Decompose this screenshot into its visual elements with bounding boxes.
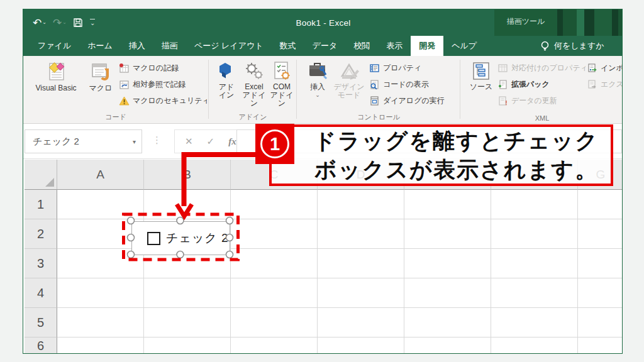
- insert-control-button[interactable]: 挿入 ⌄: [304, 58, 331, 97]
- group-code: Visual Basic マクロ マクロの記録 相対参照で記録: [23, 56, 208, 123]
- export-icon: [587, 79, 597, 90]
- ribbon: Visual Basic マクロ マクロの記録 相対参照で記録: [23, 56, 623, 124]
- map-properties-button: 対応付けのプロパティ: [497, 61, 586, 75]
- checkbox-label: チェック 2: [166, 230, 229, 246]
- tab-file[interactable]: ファイル: [30, 36, 79, 56]
- qat-customize-button[interactable]: ⌄: [87, 18, 97, 28]
- group-label-controls: コントロール: [297, 112, 460, 122]
- quick-access-toolbar: ↶⌄ ↷⌄ ⌄: [31, 9, 97, 36]
- group-label-xml: XML: [461, 114, 623, 122]
- design-mode-icon: [338, 61, 360, 81]
- cell-grid[interactable]: [57, 190, 623, 354]
- com-addins-icon: [272, 61, 292, 81]
- annotation-line-2: ボックスが表示されます。: [302, 155, 611, 184]
- design-mode-button: デザイン モード: [333, 58, 365, 99]
- screenshot-canvas: Book1 - Excel ↶⌄ ↷⌄ ⌄ 描画ツール 図形の書式 ファイル ホ…: [0, 0, 644, 362]
- tab-home[interactable]: ホーム: [79, 36, 121, 56]
- checkbox-form-control[interactable]: チェック 2: [131, 221, 230, 255]
- row-header-1[interactable]: 1: [25, 190, 57, 219]
- tab-help[interactable]: ヘルプ: [443, 36, 485, 56]
- source-button[interactable]: ソース: [467, 58, 495, 91]
- tab-draw[interactable]: 描画: [153, 36, 186, 56]
- name-box[interactable]: チェック 2 ▾: [25, 129, 142, 153]
- export-button: エクスポート: [587, 77, 623, 91]
- properties-button[interactable]: プロパティ: [369, 61, 458, 75]
- row-header-5[interactable]: 5: [25, 308, 57, 337]
- macros-icon: [90, 61, 111, 82]
- properties-icon: [369, 63, 380, 74]
- tell-me-box[interactable]: 何をしますか: [540, 36, 621, 56]
- step-number: 1: [260, 129, 289, 158]
- lightbulb-icon: [540, 41, 550, 52]
- visual-basic-button[interactable]: Visual Basic: [28, 58, 84, 92]
- macros-button[interactable]: マクロ: [85, 58, 116, 92]
- redo-button[interactable]: ↷⌄: [51, 16, 69, 30]
- row-header-4[interactable]: 4: [25, 278, 57, 308]
- tab-page-layout[interactable]: ページ レイアウト: [186, 36, 272, 56]
- row-header-2[interactable]: 2: [25, 219, 57, 249]
- import-button[interactable]: インポート: [587, 61, 623, 75]
- insert-control-icon: [307, 61, 328, 81]
- insert-dropdown-caret[interactable]: ⌄: [315, 93, 320, 97]
- map-properties-icon: [497, 63, 508, 74]
- tab-data[interactable]: データ: [304, 36, 346, 56]
- enter-button[interactable]: ✓: [207, 136, 215, 147]
- undo-button[interactable]: ↶⌄: [31, 16, 48, 30]
- refresh-data-button: データの更新: [497, 94, 586, 107]
- save-button[interactable]: [71, 16, 85, 29]
- select-all-triangle-icon: [45, 177, 55, 187]
- tab-insert[interactable]: 挿入: [121, 36, 153, 56]
- view-code-button[interactable]: コードの表示: [369, 77, 458, 91]
- undo-caret-icon[interactable]: ⌄: [42, 20, 47, 25]
- tab-formulas[interactable]: 数式: [272, 36, 304, 56]
- row-header-3[interactable]: 3: [25, 249, 57, 278]
- name-box-caret-icon[interactable]: ▾: [133, 138, 142, 145]
- column-header-b[interactable]: B: [144, 160, 231, 190]
- expansion-packs-icon: [497, 79, 508, 90]
- group-xml: ソース 対応付けのプロパティ 拡張パック データの更新: [461, 56, 623, 123]
- title-bar: Book1 - Excel ↶⌄ ↷⌄ ⌄ 描画ツール 図形の書式: [23, 9, 623, 36]
- addins-icon: [216, 61, 236, 81]
- com-addins-button[interactable]: COM アドイン: [269, 58, 295, 107]
- excel-addins-button[interactable]: Excel アドイン: [240, 58, 269, 107]
- tab-view[interactable]: 表示: [378, 36, 411, 56]
- tab-developer[interactable]: 開発: [411, 36, 443, 56]
- tab-review[interactable]: 校閲: [345, 36, 378, 56]
- view-code-icon: [369, 79, 380, 90]
- visual-basic-icon: [45, 61, 67, 82]
- expansion-packs-button[interactable]: 拡張パック: [497, 77, 586, 91]
- formula-bar-splitter[interactable]: ⋮: [152, 134, 162, 146]
- annotation-line-1: ドラッグを離すとチェック: [302, 126, 611, 155]
- warning-icon: [119, 96, 130, 106]
- checkbox-square-icon[interactable]: [147, 232, 160, 245]
- column-header-a[interactable]: A: [57, 160, 144, 190]
- cancel-button[interactable]: ✕: [185, 136, 193, 147]
- use-relative-references-button[interactable]: 相対参照で記録: [119, 77, 207, 91]
- group-controls: 挿入 ⌄ デザイン モード プロパティ コードの表示: [297, 56, 460, 123]
- group-addins: アド イン Excel アドイン COM アドイン アドイン: [209, 56, 296, 123]
- redo-caret-icon: ⌄: [62, 20, 67, 25]
- source-icon: [471, 61, 491, 81]
- drawing-tools-label: 描画ツール: [494, 9, 557, 33]
- select-all-corner[interactable]: [25, 160, 57, 190]
- addins-button[interactable]: アド イン: [213, 58, 240, 99]
- worksheet: A B C D E F G 1 2 3 4 5 6: [23, 159, 623, 354]
- group-label-code: コード: [23, 112, 208, 122]
- run-dialog-button[interactable]: ダイアログの実行: [369, 94, 458, 107]
- refresh-data-icon: [497, 96, 508, 106]
- insert-function-button[interactable]: fx: [228, 136, 236, 147]
- name-box-value: チェック 2: [33, 136, 79, 148]
- ribbon-tab-row: ファイル ホーム 挿入 描画 ページ レイアウト 数式 データ 校閲 表示 開発…: [23, 36, 623, 56]
- run-dialog-icon: [369, 96, 380, 106]
- annotation-callout: ドラッグを離すとチェック ボックスが表示されます。: [269, 124, 613, 186]
- import-icon: [587, 63, 597, 74]
- row-header-6[interactable]: 6: [25, 337, 57, 354]
- excel-addins-icon: [244, 61, 264, 81]
- relative-references-icon: [119, 79, 130, 90]
- macro-security-button[interactable]: マクロのセキュリティ: [119, 94, 207, 107]
- record-macro-icon: [119, 63, 130, 74]
- record-macro-button[interactable]: マクロの記録: [119, 61, 207, 75]
- save-icon: [73, 18, 83, 28]
- tell-me-label: 何をしますか: [554, 40, 604, 52]
- group-label-addins: アドイン: [209, 112, 296, 122]
